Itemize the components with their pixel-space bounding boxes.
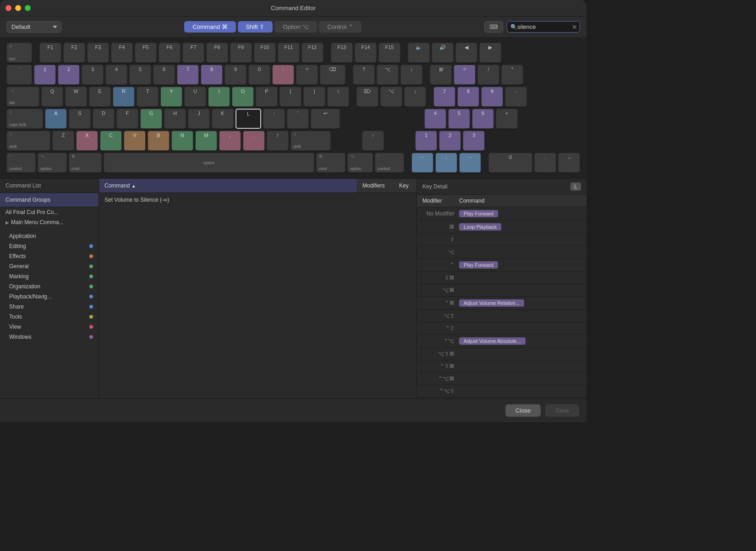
marking-item[interactable]: Marking: [0, 271, 99, 281]
close-button[interactable]: Close: [505, 404, 541, 417]
key-cmd-right[interactable]: ⌘ cmd: [316, 153, 345, 173]
key-arrow-left[interactable]: ←: [411, 153, 433, 173]
key-numpad-mul[interactable]: *: [501, 65, 523, 85]
key-np-dot[interactable]: .: [534, 153, 556, 173]
key-capslock[interactable]: ⇧ caps lock: [6, 109, 43, 129]
key-numpad-div[interactable]: /: [477, 65, 499, 85]
key-h[interactable]: H: [164, 109, 186, 129]
key-z[interactable]: Z: [52, 131, 74, 151]
key-arrow-up[interactable]: ↑: [362, 131, 384, 151]
key-fn-bs3[interactable]: ⌥: [380, 87, 402, 107]
key-minus[interactable]: -: [272, 65, 294, 85]
key-fn-arr[interactable]: ↕: [404, 87, 426, 107]
main-menu-item[interactable]: ▶ Main Menu Comma...: [0, 217, 99, 227]
key-0[interactable]: 0: [248, 65, 270, 85]
key-f10[interactable]: F10: [254, 43, 276, 63]
effects-item[interactable]: Effects: [0, 251, 99, 261]
modifiers-column-header[interactable]: Modifiers: [357, 179, 394, 193]
key-vol-up[interactable]: 🔊: [432, 43, 454, 63]
all-commands-item[interactable]: All Final Cut Pro Co...: [0, 207, 99, 217]
key-np-9[interactable]: 9: [481, 87, 503, 107]
key-v[interactable]: V: [124, 131, 146, 151]
key-c[interactable]: C: [100, 131, 122, 151]
key-control-left[interactable]: ^ control: [6, 153, 36, 173]
key-f5[interactable]: F5: [135, 43, 157, 63]
key-np-1[interactable]: 1: [415, 131, 437, 151]
key-g[interactable]: G: [140, 109, 162, 129]
badge-adjust-vol-abs[interactable]: Adjust Volume Absolute...: [459, 337, 526, 345]
key-np-4[interactable]: 4: [424, 109, 446, 129]
key-l[interactable]: L: [236, 109, 261, 129]
modifier-control-button[interactable]: Control ⌃: [319, 21, 362, 33]
key-m[interactable]: M: [195, 131, 217, 151]
key-prev[interactable]: ◀: [455, 43, 477, 63]
key-np-5[interactable]: 5: [448, 109, 470, 129]
key-f8[interactable]: F8: [206, 43, 228, 63]
key-9[interactable]: 9: [225, 65, 247, 85]
key-k[interactable]: K: [212, 109, 234, 129]
key-w[interactable]: W: [65, 87, 87, 107]
key-u[interactable]: U: [184, 87, 206, 107]
key-3[interactable]: 3: [82, 65, 104, 85]
command-groups-column-header[interactable]: Command Groups: [0, 193, 99, 207]
key-shift-right[interactable]: ⇧ shift: [290, 131, 331, 151]
badge-play-forward-2[interactable]: Play Forward: [459, 261, 498, 269]
command-row[interactable]: Set Volume to Silence (-∞): [99, 193, 416, 207]
key-f1[interactable]: F1: [39, 43, 61, 63]
key-j[interactable]: J: [188, 109, 210, 129]
key-2[interactable]: 2: [58, 65, 80, 85]
key-o[interactable]: O: [232, 87, 254, 107]
maximize-traffic-light[interactable]: [25, 5, 31, 11]
organization-item[interactable]: Organization: [0, 281, 99, 292]
key-space[interactable]: space: [104, 153, 314, 173]
view-item[interactable]: View: [0, 322, 99, 332]
key-quote[interactable]: ': [287, 109, 309, 129]
key-s[interactable]: S: [69, 109, 91, 129]
key-f12[interactable]: F12: [301, 43, 323, 63]
modifier-command-button[interactable]: Command ⌘: [184, 21, 236, 33]
key-f13[interactable]: F13: [331, 43, 353, 63]
playback-item[interactable]: Playback/Navig...: [0, 292, 99, 302]
key-np-8[interactable]: 8: [457, 87, 479, 107]
key-d[interactable]: D: [93, 109, 115, 129]
key-slash[interactable]: /: [267, 131, 289, 151]
key-option-left[interactable]: ⌥ option: [38, 153, 67, 173]
key-np-7[interactable]: 7: [433, 87, 455, 107]
key-f14[interactable]: F14: [355, 43, 377, 63]
key-f7[interactable]: F7: [182, 43, 204, 63]
key-semicolon[interactable]: ;: [263, 109, 285, 129]
key-f6[interactable]: F6: [159, 43, 181, 63]
key-np-2[interactable]: 2: [439, 131, 461, 151]
key-cmd-left[interactable]: ⌘ cmd: [69, 153, 102, 173]
key-del2[interactable]: ⌦: [356, 87, 378, 107]
key-numpad-bs[interactable]: ⌥: [377, 65, 399, 85]
key-f11[interactable]: F11: [278, 43, 300, 63]
key-t[interactable]: T: [137, 87, 159, 107]
key-option-right[interactable]: ⌥ option: [347, 153, 373, 173]
key-7[interactable]: 7: [177, 65, 199, 85]
search-input[interactable]: [507, 21, 580, 33]
badge-play-forward-1[interactable]: Play Forward: [459, 210, 498, 217]
key-4[interactable]: 4: [105, 65, 127, 85]
key-n[interactable]: N: [171, 131, 193, 151]
save-button[interactable]: Save: [545, 404, 579, 417]
minimize-traffic-light[interactable]: [15, 5, 21, 11]
key-backslash[interactable]: \: [327, 87, 349, 107]
key-f3[interactable]: F3: [87, 43, 109, 63]
key-f[interactable]: F: [116, 109, 138, 129]
key-control-right[interactable]: ^ control: [375, 153, 404, 173]
key-y[interactable]: Y: [160, 87, 182, 107]
modifier-shift-button[interactable]: Shift ⇧: [238, 21, 273, 33]
key-b[interactable]: B: [148, 131, 170, 151]
key-comma[interactable]: ,: [219, 131, 241, 151]
key-equals[interactable]: =: [296, 65, 318, 85]
key-np-enter[interactable]: ⌣: [558, 153, 580, 173]
command-column-header[interactable]: Command ▲: [99, 179, 357, 193]
key-arrow-right[interactable]: →: [459, 153, 481, 173]
key-rbracket[interactable]: ]: [303, 87, 325, 107]
key-next[interactable]: ▶: [479, 43, 501, 63]
key-f9[interactable]: F9: [230, 43, 252, 63]
key-lbracket[interactable]: [: [279, 87, 301, 107]
key-numpad-eq[interactable]: =: [454, 65, 476, 85]
key-r[interactable]: R: [113, 87, 135, 107]
